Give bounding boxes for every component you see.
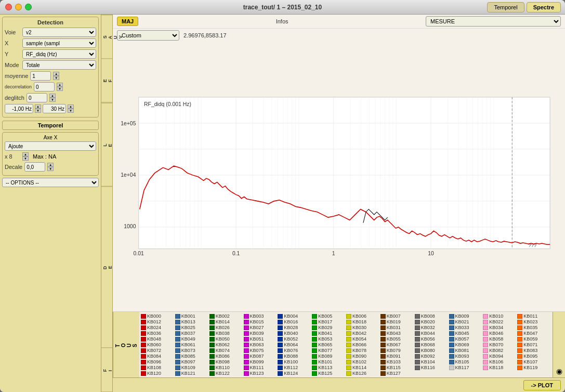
fits-label[interactable]: FITS xyxy=(101,348,112,392)
legend-label: KB040 xyxy=(284,331,298,336)
decale-up[interactable]: ▲ xyxy=(47,163,54,167)
legend-item: KB030 xyxy=(346,325,380,330)
freq-max-input[interactable] xyxy=(43,104,66,113)
legend-item: KB051 xyxy=(244,336,278,342)
tab-temporel[interactable]: Temporel xyxy=(487,2,524,12)
maximize-button[interactable] xyxy=(25,4,32,10)
legend-label: KB103 xyxy=(387,359,401,364)
legend-color xyxy=(312,314,317,319)
legend-color xyxy=(278,354,283,359)
freq-max-spinner[interactable]: ▲ ▼ xyxy=(68,104,74,113)
max-label: Max : NA xyxy=(33,153,56,160)
legend-item: KB068 xyxy=(415,342,449,347)
legend-color xyxy=(175,348,180,353)
x8-up[interactable]: ▲ xyxy=(22,152,29,156)
legend-color xyxy=(415,354,420,359)
legend-item: KB100 xyxy=(278,359,311,364)
legend-color xyxy=(346,360,351,364)
deglitch-input[interactable] xyxy=(27,93,47,102)
freq-min-up[interactable]: ▲ xyxy=(35,104,41,109)
voie-select[interactable]: v2 xyxy=(22,28,96,37)
legend-label: KB104 xyxy=(421,359,435,364)
legend-label: KB071 xyxy=(523,342,537,347)
freq-max-up[interactable]: ▲ xyxy=(68,104,74,109)
legend-color xyxy=(380,331,386,336)
moyenne-spinner[interactable]: ▲ ▼ xyxy=(53,72,59,80)
legend-label: KB023 xyxy=(523,319,537,324)
legend-label: KB024 xyxy=(147,325,161,330)
decale-input[interactable] xyxy=(24,162,45,172)
legend-item: KB105 xyxy=(449,359,483,364)
detection-side-label[interactable]: DETECTION xyxy=(101,186,112,348)
legend-label: KB115 xyxy=(387,365,401,370)
legend-item: KB072 xyxy=(141,348,175,353)
y-select[interactable]: RF_didq (Hz) xyxy=(22,49,96,59)
freq-min-down[interactable]: ▼ xyxy=(35,109,41,113)
legend-color xyxy=(380,348,386,353)
plot-button[interactable]: -> PLOT xyxy=(523,380,561,390)
legend-item: KB121 xyxy=(175,371,209,376)
legend-color xyxy=(380,337,386,342)
legend-label: KB121 xyxy=(181,371,195,376)
ajoute-select[interactable]: Ajoute xyxy=(5,141,96,151)
mesure-select[interactable]: MESURE xyxy=(426,16,561,27)
decorrelation-down[interactable]: ▼ xyxy=(57,87,63,91)
legend-label: KB041 xyxy=(318,331,332,336)
legend-color xyxy=(415,365,420,370)
legend-item: KB079 xyxy=(380,348,414,353)
legend-color xyxy=(346,354,351,359)
custom-select[interactable]: Custom xyxy=(117,30,179,41)
legend-label: KB060 xyxy=(147,342,161,347)
deglitch-up[interactable]: ▲ xyxy=(49,94,56,98)
decorrelation-input[interactable] xyxy=(34,82,55,92)
moyenne-down[interactable]: ▼ xyxy=(53,76,59,80)
freq-min-input[interactable] xyxy=(5,104,33,113)
legend-color xyxy=(141,354,146,359)
legend-color xyxy=(449,325,454,330)
x8-down[interactable]: ▼ xyxy=(22,156,29,161)
sauv-label[interactable]: SAUV xyxy=(101,15,112,58)
deglitch-down[interactable]: ▼ xyxy=(49,98,56,102)
close-button[interactable] xyxy=(5,4,12,10)
freq-max-down[interactable]: ▼ xyxy=(68,109,74,113)
legend-item: KB004 xyxy=(278,313,311,319)
detection-section: Detection Voie v2 X sample (sampl Y xyxy=(2,17,99,117)
legend-label: KB106 xyxy=(489,359,503,364)
mode-select[interactable]: Totale xyxy=(22,60,96,70)
options-select[interactable]: -- OPTIONS -- xyxy=(2,178,99,187)
legend-label: KB073 xyxy=(181,348,195,353)
moyenne-up[interactable]: ▲ xyxy=(53,72,59,76)
mode-label: Mode xyxy=(5,62,20,68)
legend-item: KB016 xyxy=(278,319,311,324)
legend-label: KB002 xyxy=(216,313,230,319)
legend-item: KB057 xyxy=(449,336,483,342)
x-select[interactable]: sample (sampl xyxy=(22,38,96,48)
voie-label: Voie xyxy=(5,29,20,35)
legend-item: KB019 xyxy=(380,319,414,324)
decorrelation-spinner[interactable]: ▲ ▼ xyxy=(57,83,63,91)
x8-spinner[interactable]: ▲ ▼ xyxy=(22,152,29,161)
legend-label: KB070 xyxy=(489,342,503,347)
legend-item: KB009 xyxy=(449,313,483,319)
freq-min-spinner[interactable]: ▲ ▼ xyxy=(35,104,41,113)
legend-color xyxy=(312,354,317,359)
temporel-button[interactable]: Temporel xyxy=(2,121,99,130)
legende-label[interactable]: LEGENDE xyxy=(101,103,112,187)
legend-label: KB125 xyxy=(318,371,332,376)
decorrelation-up[interactable]: ▲ xyxy=(57,83,63,87)
legend-item: KB053 xyxy=(312,336,346,342)
tab-spectre[interactable]: Spectre xyxy=(527,2,561,12)
maj-button[interactable]: MAJ xyxy=(117,17,138,26)
decale-down[interactable]: ▼ xyxy=(47,167,54,171)
pointer-area[interactable]: ◉ xyxy=(553,312,565,377)
legend-item: KB124 xyxy=(278,371,311,376)
decale-spinner[interactable]: ▲ ▼ xyxy=(47,163,54,171)
legend-color xyxy=(312,337,317,342)
legend-label: KB091 xyxy=(387,354,401,359)
deglitch-spinner[interactable]: ▲ ▼ xyxy=(49,94,56,102)
effa-label[interactable]: EFFA xyxy=(101,58,112,102)
minimize-button[interactable] xyxy=(15,4,22,10)
legend-color xyxy=(346,325,351,330)
moyenne-input[interactable] xyxy=(30,71,51,81)
legend-color xyxy=(244,354,249,359)
